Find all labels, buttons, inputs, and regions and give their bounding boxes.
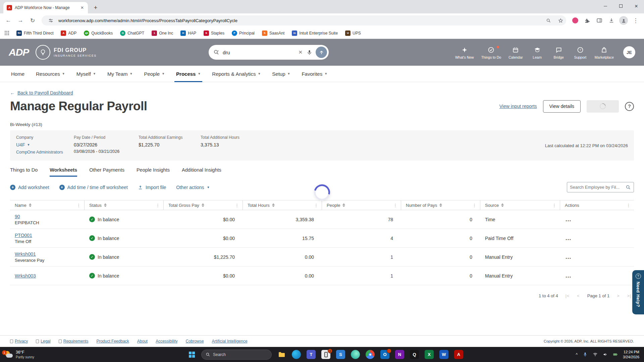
worksheet-link[interactable]: Wrksh001: [15, 251, 36, 257]
sort-icon[interactable]: [501, 203, 504, 207]
bookmark-fifth-third[interactable]: 53Fifth Third Direct: [16, 31, 53, 36]
import-file-button[interactable]: Import file: [138, 185, 166, 190]
tab-things-to-do[interactable]: Things to Do: [10, 167, 38, 177]
speaker-icon[interactable]: [603, 352, 608, 357]
bookmark-principal[interactable]: PPrincipal: [232, 31, 255, 36]
taskbar-app-blue[interactable]: S: [336, 350, 345, 359]
bookmark-staples[interactable]: SStaples: [204, 31, 224, 36]
footer-link-privacy[interactable]: Privacy: [10, 339, 28, 344]
footer-link-artificial-intelligence[interactable]: Artificial Intelligence: [212, 339, 248, 344]
column-header-name[interactable]: Name ⋮: [10, 200, 85, 210]
bookmark-quickbooks[interactable]: qbQuickBooks: [84, 31, 113, 36]
back-icon[interactable]: ←: [3, 15, 14, 26]
footer-link-accessibility[interactable]: Accessibility: [156, 339, 177, 344]
nav-reports-analytics[interactable]: Reports & Analytics▼: [206, 66, 266, 82]
column-header-people[interactable]: People ⋮: [322, 200, 401, 210]
column-header-actions[interactable]: Actions ⋮: [560, 200, 634, 210]
minimize-button[interactable]: [598, 0, 613, 12]
tab-other-payments[interactable]: Other Payments: [89, 167, 124, 177]
column-menu-icon[interactable]: ⋮: [390, 203, 401, 208]
lens-icon[interactable]: [544, 16, 553, 25]
new-tab-button[interactable]: +: [91, 3, 100, 12]
microphone-icon[interactable]: [583, 352, 588, 357]
site-settings-icon[interactable]: [46, 16, 55, 25]
taskbar-app-phone-link[interactable]: 1: [321, 350, 330, 359]
taskbar-app-q[interactable]: Q: [410, 350, 419, 359]
taskbar-clock[interactable]: 12:24 PM 3/24/2026: [623, 350, 639, 360]
start-button[interactable]: [185, 348, 199, 361]
taskbar-app-file-explorer[interactable]: [277, 350, 286, 359]
company-admin-link[interactable]: CompOne Administrators: [16, 150, 74, 155]
add-worksheet-button[interactable]: + Add worksheet: [10, 185, 49, 190]
back-to-payroll-dashboard-link[interactable]: ← Back to Payroll Dashboard: [10, 90, 73, 96]
tab-close-icon[interactable]: ✕: [80, 5, 85, 11]
taskbar-app-meet[interactable]: [351, 350, 360, 359]
worksheet-link[interactable]: 90: [15, 214, 20, 219]
user-avatar[interactable]: JE: [623, 46, 635, 58]
close-button[interactable]: ✕: [629, 0, 644, 12]
employee-search-input[interactable]: [570, 185, 626, 190]
battery-icon[interactable]: [613, 352, 618, 357]
nav-my-team[interactable]: My Team▼: [102, 66, 139, 82]
calendar-button[interactable]: Calendar: [508, 46, 523, 59]
row-actions-ellipsis-icon[interactable]: ...: [560, 210, 634, 229]
nav-process[interactable]: Process▼: [170, 66, 206, 82]
first-page-icon[interactable]: |<: [566, 294, 570, 298]
sort-icon[interactable]: [29, 203, 32, 207]
column-menu-icon[interactable]: ⋮: [231, 203, 243, 208]
bookmark-chatgpt[interactable]: GChatGPT: [120, 31, 144, 36]
taskbar-app-teams[interactable]: T: [307, 350, 316, 359]
previous-page-icon[interactable]: <: [577, 294, 580, 298]
column-menu-icon[interactable]: ⋮: [549, 203, 560, 208]
sort-icon[interactable]: [439, 203, 442, 207]
nav-myself[interactable]: Myself▼: [71, 66, 102, 82]
view-details-button[interactable]: View details: [543, 100, 581, 113]
sort-icon[interactable]: [104, 203, 107, 207]
learn-button[interactable]: Learn: [530, 46, 544, 59]
clear-search-icon[interactable]: ✕: [298, 49, 303, 55]
taskbar-app-chrome[interactable]: [366, 350, 375, 359]
footer-link-product-feedback[interactable]: Product Feedback: [96, 339, 129, 344]
tab-additional-insights[interactable]: Additional Insights: [182, 167, 221, 177]
row-actions-ellipsis-icon[interactable]: ...: [560, 229, 634, 247]
bookmark-star-icon[interactable]: [556, 16, 565, 25]
worksheet-link[interactable]: Wrksh003: [15, 273, 36, 279]
global-search-input[interactable]: [223, 50, 294, 55]
nav-setup[interactable]: Setup▼: [266, 66, 296, 82]
footer-link-legal[interactable]: Legal: [36, 339, 50, 344]
bookmark-adp[interactable]: AADP: [61, 31, 76, 36]
whats-new-button[interactable]: What's New: [455, 46, 474, 59]
column-header-source[interactable]: Source ⋮: [480, 200, 560, 210]
extension-pink-icon[interactable]: [570, 15, 581, 26]
column-header-total-hours[interactable]: Total Hours ⋮: [243, 200, 322, 210]
apps-grid-icon[interactable]: [5, 31, 9, 35]
browser-menu-icon[interactable]: ⋮: [630, 15, 641, 26]
view-input-reports-link[interactable]: View input reports: [499, 104, 537, 109]
support-button[interactable]: ? Support: [573, 46, 587, 59]
need-help-tab[interactable]: ? Need Help?: [632, 270, 644, 314]
bookmark-one-inc[interactable]: 1One Inc: [152, 31, 173, 36]
side-panel-icon[interactable]: [594, 15, 605, 26]
bookmark-ups[interactable]: UUPS: [345, 31, 361, 36]
column-header-total-gross-pay[interactable]: Total Gross Pay ⋮: [164, 200, 243, 210]
taskbar-app-acrobat[interactable]: A: [454, 350, 463, 359]
row-actions-ellipsis-icon[interactable]: ...: [560, 266, 634, 285]
sort-icon[interactable]: [342, 203, 345, 207]
refresh-icon[interactable]: ↻: [27, 15, 38, 26]
column-header-number-of-pays[interactable]: Number of Pays ⋮: [401, 200, 480, 210]
column-menu-icon[interactable]: ⋮: [469, 203, 480, 208]
footer-link-requirements[interactable]: Requirements: [59, 339, 89, 344]
next-page-icon[interactable]: >: [617, 294, 620, 298]
taskbar-search[interactable]: Search: [201, 350, 272, 360]
column-menu-icon[interactable]: ⋮: [311, 203, 322, 208]
last-page-icon[interactable]: >|: [627, 294, 631, 298]
extensions-puzzle-icon[interactable]: [582, 15, 593, 26]
footer-link-cobrowse[interactable]: Cobrowse: [186, 339, 204, 344]
downloads-icon[interactable]: [606, 15, 617, 26]
column-header-status[interactable]: Status ⋮: [85, 200, 164, 210]
bookmark-saasant[interactable]: SSaasAnt: [262, 31, 284, 36]
tab-people-insights[interactable]: People Insights: [137, 167, 170, 177]
search-submit-button[interactable]: [316, 47, 327, 58]
nav-favorites[interactable]: Favorites▼: [296, 66, 333, 82]
bookmark-hap[interactable]: HHAP: [180, 31, 196, 36]
